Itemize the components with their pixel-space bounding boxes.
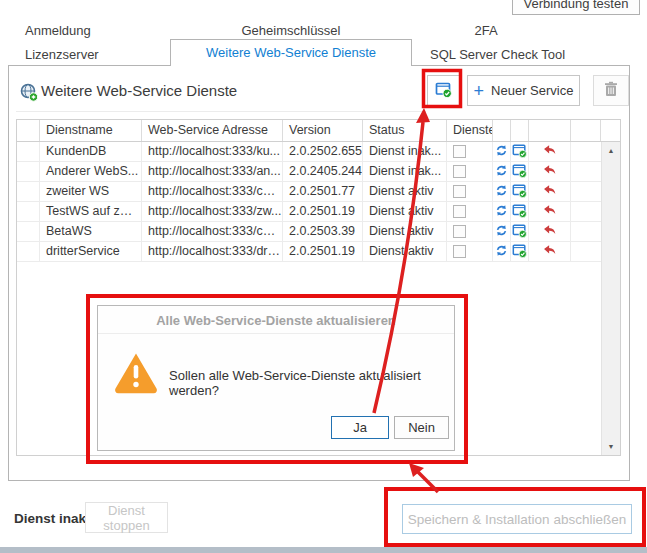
cell-status: Dienst inak... [363, 142, 447, 161]
red-reply-arrow-icon[interactable] [543, 243, 557, 260]
cell-update [511, 222, 529, 241]
cell-revert [529, 182, 571, 201]
cell-revert [529, 142, 571, 161]
vertical-scrollbar[interactable]: ▲ ▼ [601, 142, 620, 455]
cell-revert [529, 242, 571, 261]
table-row[interactable]: zweiter WS http://localhost:333/cen... 2… [17, 182, 601, 202]
row-selector[interactable] [17, 222, 40, 241]
tab-sql-server-check-tool[interactable]: SQL Server Check Tool [430, 47, 565, 63]
sync-icon[interactable] [495, 244, 508, 260]
window-check-icon[interactable] [512, 243, 527, 261]
dienste-checkbox[interactable] [453, 245, 466, 258]
row-selector[interactable] [17, 202, 40, 221]
col-version[interactable]: Version [283, 120, 363, 141]
trash-icon [604, 81, 618, 100]
window-check-icon[interactable] [512, 203, 527, 221]
save-finish-button[interactable]: Speichern & Installation abschließen [402, 504, 632, 534]
col-status[interactable]: Status [363, 120, 447, 141]
dialog-title-divider [98, 333, 454, 334]
dienste-checkbox[interactable] [453, 145, 466, 158]
dienste-checkbox[interactable] [453, 185, 466, 198]
cell-status: Dienst aktiv [363, 182, 447, 201]
table-header: Dienstname Web-Service Adresse Version S… [17, 120, 620, 142]
col-adresse[interactable]: Web-Service Adresse [142, 120, 283, 141]
cell-refresh [493, 142, 511, 161]
tab-weitere-web-service-dienste[interactable]: Weitere Web-Service Dienste [170, 39, 412, 66]
cell-version: 2.0.2501.77 [283, 182, 363, 201]
tab-geheimschluessel[interactable]: Geheimschlüssel [170, 23, 412, 39]
col-selector [17, 120, 40, 141]
table-row[interactable]: KundenDB http://localhost:333/ku... 2.0.… [17, 142, 601, 162]
table-row[interactable]: TestWS auf zwe... http://localhost:333/z… [17, 202, 601, 222]
red-reply-arrow-icon[interactable] [543, 203, 557, 220]
sync-icon[interactable] [495, 224, 508, 240]
scroll-down-icon[interactable]: ▼ [602, 438, 620, 455]
cell-dienste [447, 182, 493, 201]
delete-service-button[interactable] [593, 75, 629, 106]
red-reply-arrow-icon[interactable] [543, 143, 557, 160]
red-reply-arrow-icon[interactable] [543, 163, 557, 180]
stop-service-button[interactable]: Dienst stoppen [85, 502, 168, 533]
cell-refresh [493, 182, 511, 201]
sync-icon[interactable] [495, 164, 508, 180]
window-check-icon[interactable] [512, 223, 527, 241]
window-check-icon[interactable] [512, 143, 527, 161]
sync-icon[interactable] [495, 144, 508, 160]
cell-dienstname: dritterService [40, 242, 142, 261]
cell-dienste [447, 202, 493, 221]
dialog-no-button[interactable]: Nein [394, 416, 449, 439]
cell-refresh [493, 202, 511, 221]
cell-adresse: http://localhost:333/cen... [142, 222, 283, 241]
tab-lizenzserver[interactable]: Lizenzserver [25, 47, 99, 63]
row-selector[interactable] [17, 142, 40, 161]
col-dienste[interactable]: Dienste [447, 120, 493, 141]
cell-dienste [447, 222, 493, 241]
cell-dienstname: KundenDB [40, 142, 142, 161]
col-arrow [529, 120, 571, 141]
red-reply-arrow-icon[interactable] [543, 183, 557, 200]
window-bottom-strip [0, 547, 647, 553]
sync-icon[interactable] [495, 204, 508, 220]
window-check-icon[interactable] [512, 163, 527, 181]
cell-adresse: http://localhost:333/cen... [142, 182, 283, 201]
col-scroll-spacer [601, 120, 620, 141]
red-reply-arrow-icon[interactable] [543, 223, 557, 240]
update-all-services-button[interactable] [427, 75, 460, 106]
cell-status: Dienst aktiv [363, 202, 447, 221]
tab-anmeldung[interactable]: Anmeldung [25, 23, 91, 39]
cell-dienstname: BetaWS [40, 222, 142, 241]
test-connection-button[interactable]: Verbindung testen [512, 0, 640, 15]
tab-2fa[interactable]: 2FA [412, 23, 560, 39]
cell-dienstname: Anderer WebS... [40, 162, 142, 181]
cell-dienstname: zweiter WS [40, 182, 142, 201]
dienste-checkbox[interactable] [453, 225, 466, 238]
cell-adresse: http://localhost:333/an... [142, 162, 283, 181]
window-check-icon [435, 81, 452, 101]
cell-version: 2.0.2501.19 [283, 242, 363, 261]
sync-icon[interactable] [495, 184, 508, 200]
row-selector[interactable] [17, 242, 40, 261]
col-filler [571, 120, 601, 141]
new-service-label: Neuer Service [491, 83, 573, 98]
cell-update [511, 162, 529, 181]
col-dienstname[interactable]: Dienstname [40, 120, 142, 141]
dialog-yes-button[interactable]: Ja [331, 416, 389, 439]
col-icon1 [493, 120, 511, 141]
dienste-checkbox[interactable] [453, 205, 466, 218]
table-row[interactable]: BetaWS http://localhost:333/cen... 2.0.2… [17, 222, 601, 242]
row-selector[interactable] [17, 182, 40, 201]
row-selector[interactable] [17, 162, 40, 181]
warning-triangle-icon [113, 351, 159, 397]
table-row[interactable]: Anderer WebS... http://localhost:333/an.… [17, 162, 601, 182]
table-row[interactable]: dritterService http://localhost:333/drit… [17, 242, 601, 262]
globe-plus-icon [20, 83, 39, 106]
cell-version: 2.0.2502.655 [283, 142, 363, 161]
new-service-button[interactable]: + Neuer Service [467, 75, 580, 106]
cell-adresse: http://localhost:333/ku... [142, 142, 283, 161]
cell-revert [529, 202, 571, 221]
settings-window: Verbindung testen Anmeldung Geheimschlüs… [0, 0, 647, 553]
window-check-icon[interactable] [512, 183, 527, 201]
dienste-checkbox[interactable] [453, 165, 466, 178]
scroll-up-icon[interactable]: ▲ [602, 142, 620, 159]
cell-version: 2.0.2405.244 [283, 162, 363, 181]
